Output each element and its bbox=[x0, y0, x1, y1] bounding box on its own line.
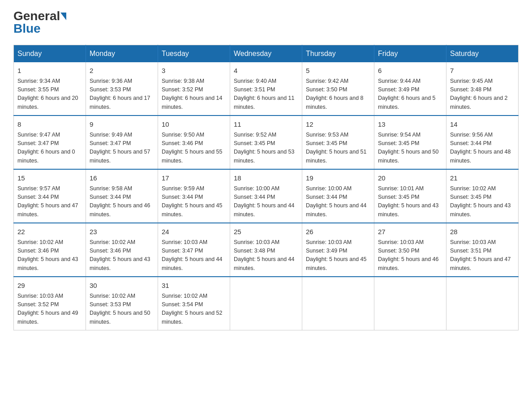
logo-arrow-icon bbox=[60, 13, 66, 20]
calendar-day-cell: 17Sunrise: 9:59 AMSunset: 3:44 PMDayligh… bbox=[158, 169, 230, 223]
day-info: Sunrise: 9:59 AMSunset: 3:44 PMDaylight:… bbox=[162, 184, 226, 219]
day-number: 2 bbox=[90, 66, 154, 76]
day-info: Sunrise: 10:02 AMSunset: 3:45 PMDaylight… bbox=[450, 184, 515, 219]
day-info: Sunrise: 9:50 AMSunset: 3:46 PMDaylight:… bbox=[162, 131, 226, 166]
calendar-day-cell bbox=[302, 277, 374, 330]
calendar-day-cell: 6Sunrise: 9:44 AMSunset: 3:49 PMDaylight… bbox=[374, 62, 446, 116]
calendar-day-cell bbox=[230, 277, 302, 330]
calendar-day-cell: 16Sunrise: 9:58 AMSunset: 3:44 PMDayligh… bbox=[86, 169, 158, 223]
day-info: Sunrise: 9:45 AMSunset: 3:48 PMDaylight:… bbox=[450, 77, 515, 112]
day-number: 13 bbox=[378, 120, 442, 130]
day-info: Sunrise: 10:03 AMSunset: 3:50 PMDaylight… bbox=[378, 238, 442, 273]
calendar-week-row: 29Sunrise: 10:03 AMSunset: 3:52 PMDaylig… bbox=[14, 277, 519, 330]
day-number: 24 bbox=[162, 227, 226, 237]
day-info: Sunrise: 10:02 AMSunset: 3:46 PMDaylight… bbox=[17, 238, 82, 273]
calendar-day-cell: 28Sunrise: 10:03 AMSunset: 3:51 PMDaylig… bbox=[446, 223, 519, 277]
calendar-day-cell bbox=[446, 277, 519, 330]
calendar-week-row: 15Sunrise: 9:57 AMSunset: 3:44 PMDayligh… bbox=[14, 169, 519, 223]
calendar-week-row: 8Sunrise: 9:47 AMSunset: 3:47 PMDaylight… bbox=[14, 116, 519, 169]
day-info: Sunrise: 9:36 AMSunset: 3:53 PMDaylight:… bbox=[90, 77, 154, 112]
day-number: 8 bbox=[17, 120, 82, 130]
day-number: 19 bbox=[306, 173, 370, 184]
day-number: 31 bbox=[162, 281, 226, 291]
day-number: 23 bbox=[90, 227, 154, 237]
day-info: Sunrise: 9:42 AMSunset: 3:50 PMDaylight:… bbox=[306, 77, 370, 112]
logo-blue-text: Blue bbox=[13, 21, 41, 36]
calendar-day-cell: 22Sunrise: 10:02 AMSunset: 3:46 PMDaylig… bbox=[14, 223, 86, 277]
calendar-day-cell: 23Sunrise: 10:02 AMSunset: 3:46 PMDaylig… bbox=[86, 223, 158, 277]
calendar-day-cell: 29Sunrise: 10:03 AMSunset: 3:52 PMDaylig… bbox=[14, 277, 86, 330]
calendar-day-cell: 27Sunrise: 10:03 AMSunset: 3:50 PMDaylig… bbox=[374, 223, 446, 277]
day-info: Sunrise: 10:02 AMSunset: 3:54 PMDaylight… bbox=[162, 292, 226, 327]
calendar-day-cell: 31Sunrise: 10:02 AMSunset: 3:54 PMDaylig… bbox=[158, 277, 230, 330]
calendar-week-row: 1Sunrise: 9:34 AMSunset: 3:55 PMDaylight… bbox=[14, 62, 519, 116]
calendar-day-cell: 14Sunrise: 9:56 AMSunset: 3:44 PMDayligh… bbox=[446, 116, 519, 169]
day-number: 30 bbox=[90, 281, 154, 291]
day-info: Sunrise: 10:02 AMSunset: 3:53 PMDaylight… bbox=[90, 292, 154, 327]
calendar-table: SundayMondayTuesdayWednesdayThursdayFrid… bbox=[13, 45, 519, 330]
calendar-day-cell: 3Sunrise: 9:38 AMSunset: 3:52 PMDaylight… bbox=[158, 62, 230, 116]
day-info: Sunrise: 9:47 AMSunset: 3:47 PMDaylight:… bbox=[17, 131, 82, 166]
day-info: Sunrise: 10:02 AMSunset: 3:46 PMDaylight… bbox=[90, 238, 154, 273]
day-number: 1 bbox=[17, 66, 82, 76]
day-number: 5 bbox=[306, 66, 370, 76]
day-number: 22 bbox=[17, 227, 82, 237]
calendar-day-cell: 30Sunrise: 10:02 AMSunset: 3:53 PMDaylig… bbox=[86, 277, 158, 330]
calendar-day-cell bbox=[374, 277, 446, 330]
day-info: Sunrise: 10:03 AMSunset: 3:49 PMDaylight… bbox=[306, 238, 370, 273]
day-number: 27 bbox=[378, 227, 442, 237]
day-number: 17 bbox=[162, 173, 226, 184]
day-number: 4 bbox=[234, 66, 298, 76]
day-of-week-header: Saturday bbox=[446, 45, 519, 63]
day-info: Sunrise: 9:54 AMSunset: 3:45 PMDaylight:… bbox=[378, 131, 442, 166]
day-info: Sunrise: 9:49 AMSunset: 3:47 PMDaylight:… bbox=[90, 131, 154, 166]
day-info: Sunrise: 9:38 AMSunset: 3:52 PMDaylight:… bbox=[162, 77, 226, 112]
day-info: Sunrise: 9:52 AMSunset: 3:45 PMDaylight:… bbox=[234, 131, 298, 166]
day-number: 14 bbox=[450, 120, 515, 130]
day-info: Sunrise: 9:44 AMSunset: 3:49 PMDaylight:… bbox=[378, 77, 442, 112]
logo: General Blue bbox=[13, 9, 67, 36]
day-of-week-header: Wednesday bbox=[230, 45, 302, 63]
day-info: Sunrise: 9:40 AMSunset: 3:51 PMDaylight:… bbox=[234, 77, 298, 112]
day-info: Sunrise: 10:00 AMSunset: 3:44 PMDaylight… bbox=[306, 184, 370, 219]
day-info: Sunrise: 10:00 AMSunset: 3:44 PMDaylight… bbox=[234, 184, 298, 219]
calendar-day-cell: 5Sunrise: 9:42 AMSunset: 3:50 PMDaylight… bbox=[302, 62, 374, 116]
calendar-day-cell: 15Sunrise: 9:57 AMSunset: 3:44 PMDayligh… bbox=[14, 169, 86, 223]
calendar-day-cell: 2Sunrise: 9:36 AMSunset: 3:53 PMDaylight… bbox=[86, 62, 158, 116]
calendar-day-cell: 21Sunrise: 10:02 AMSunset: 3:45 PMDaylig… bbox=[446, 169, 519, 223]
calendar-day-cell: 4Sunrise: 9:40 AMSunset: 3:51 PMDaylight… bbox=[230, 62, 302, 116]
calendar-day-cell: 11Sunrise: 9:52 AMSunset: 3:45 PMDayligh… bbox=[230, 116, 302, 169]
day-number: 3 bbox=[162, 66, 226, 76]
day-number: 6 bbox=[378, 66, 442, 76]
page-header: General Blue bbox=[13, 9, 519, 36]
calendar-day-cell: 12Sunrise: 9:53 AMSunset: 3:45 PMDayligh… bbox=[302, 116, 374, 169]
calendar-day-cell: 7Sunrise: 9:45 AMSunset: 3:48 PMDaylight… bbox=[446, 62, 519, 116]
calendar-week-row: 22Sunrise: 10:02 AMSunset: 3:46 PMDaylig… bbox=[14, 223, 519, 277]
calendar-day-cell: 26Sunrise: 10:03 AMSunset: 3:49 PMDaylig… bbox=[302, 223, 374, 277]
day-number: 25 bbox=[234, 227, 298, 237]
day-number: 12 bbox=[306, 120, 370, 130]
day-of-week-header: Thursday bbox=[302, 45, 374, 63]
day-number: 26 bbox=[306, 227, 370, 237]
day-number: 10 bbox=[162, 120, 226, 130]
calendar-day-cell: 24Sunrise: 10:03 AMSunset: 3:47 PMDaylig… bbox=[158, 223, 230, 277]
day-info: Sunrise: 10:03 AMSunset: 3:52 PMDaylight… bbox=[17, 292, 82, 327]
day-of-week-header: Sunday bbox=[14, 45, 86, 63]
calendar-day-cell: 8Sunrise: 9:47 AMSunset: 3:47 PMDaylight… bbox=[14, 116, 86, 169]
day-info: Sunrise: 9:57 AMSunset: 3:44 PMDaylight:… bbox=[17, 184, 82, 219]
day-number: 7 bbox=[450, 66, 515, 76]
day-of-week-header: Tuesday bbox=[158, 45, 230, 63]
calendar-day-cell: 18Sunrise: 10:00 AMSunset: 3:44 PMDaylig… bbox=[230, 169, 302, 223]
calendar-day-cell: 25Sunrise: 10:03 AMSunset: 3:48 PMDaylig… bbox=[230, 223, 302, 277]
day-info: Sunrise: 9:56 AMSunset: 3:44 PMDaylight:… bbox=[450, 131, 515, 166]
day-number: 16 bbox=[90, 173, 154, 184]
day-info: Sunrise: 9:53 AMSunset: 3:45 PMDaylight:… bbox=[306, 131, 370, 166]
day-number: 20 bbox=[378, 173, 442, 184]
calendar-header-row: SundayMondayTuesdayWednesdayThursdayFrid… bbox=[14, 45, 519, 63]
day-number: 28 bbox=[450, 227, 515, 237]
calendar-day-cell: 1Sunrise: 9:34 AMSunset: 3:55 PMDaylight… bbox=[14, 62, 86, 116]
day-info: Sunrise: 10:03 AMSunset: 3:48 PMDaylight… bbox=[234, 238, 298, 273]
day-number: 21 bbox=[450, 173, 515, 184]
calendar-day-cell: 19Sunrise: 10:00 AMSunset: 3:44 PMDaylig… bbox=[302, 169, 374, 223]
day-number: 11 bbox=[234, 120, 298, 130]
